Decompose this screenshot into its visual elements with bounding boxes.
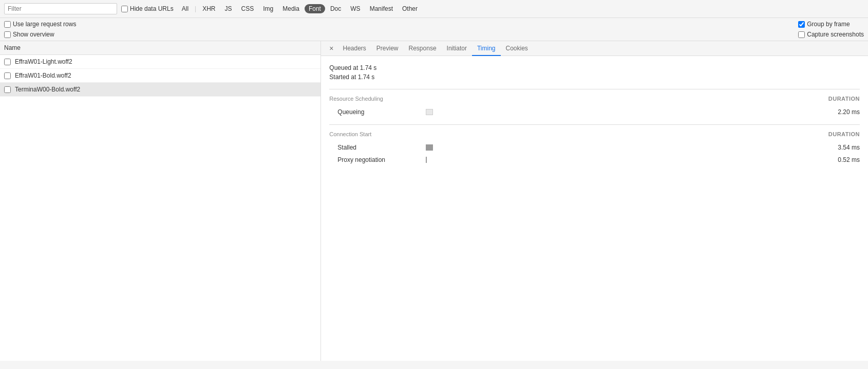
filter-btn-img[interactable]: Img [259,4,277,13]
stalled-bar-area [426,144,818,151]
tab-headers[interactable]: Headers [337,42,371,56]
timing-meta: Queued at 1.74 s Started at 1.74 s [329,64,860,81]
filter-btn-manifest[interactable]: Manifest [366,4,397,13]
filter-btn-js[interactable]: JS [221,4,236,13]
request-item[interactable]: EffraW01-Light.woff2 [0,55,320,69]
options-right: Group by frame Capture screenshots [798,21,864,38]
toolbar-row: Hide data URLs All | XHR JS CSS Img Medi… [0,0,868,18]
hide-data-urls-checkbox[interactable] [121,6,128,12]
connection-start-header: Connection Start DURATION [329,131,860,137]
tab-initiator[interactable]: Initiator [442,42,472,56]
timing-row-queueing: Queueing 2.20 ms [329,106,860,118]
proxy-bar [426,157,427,163]
divider-2 [329,124,860,125]
request-checkbox-2[interactable] [4,86,11,93]
proxy-bar-area [426,157,818,163]
stalled-value: 3.54 ms [824,144,860,151]
stalled-bar [426,144,433,151]
resource-scheduling-header: Resource Scheduling DURATION [329,96,860,102]
show-overview-checkbox[interactable] [4,31,11,38]
connection-start-duration-label: DURATION [828,131,860,137]
queueing-bar [426,109,433,115]
connection-start-title: Connection Start [329,131,371,137]
queueing-value: 2.20 ms [824,108,860,116]
tab-timing[interactable]: Timing [472,42,501,56]
tab-response[interactable]: Response [404,42,442,56]
timing-content: Queued at 1.74 s Started at 1.74 s Resou… [321,56,868,174]
options-left: Use large request rows Show overview [4,21,76,38]
options-row: Use large request rows Show overview Gro… [0,18,868,41]
filter-btn-xhr[interactable]: XHR [198,4,219,13]
queueing-label: Queueing [337,108,420,116]
stalled-label: Stalled [337,144,420,151]
main-area: Name EffraW01-Light.woff2 EffraW01-Bold.… [0,41,868,361]
timing-row-proxy: Proxy negotiation 0.52 ms [329,154,860,166]
group-by-frame-label[interactable]: Group by frame [798,21,864,28]
request-item[interactable]: EffraW01-Bold.woff2 [0,69,320,83]
filter-btn-other[interactable]: Other [398,4,422,13]
filter-btn-doc[interactable]: Doc [326,4,345,13]
capture-screenshots-checkbox[interactable] [798,31,805,38]
filter-btn-media[interactable]: Media [278,4,304,13]
large-rows-checkbox[interactable] [4,21,11,28]
close-detail-button[interactable]: × [325,41,337,56]
show-overview-label[interactable]: Show overview [4,31,76,38]
request-checkbox-0[interactable] [4,59,11,65]
filter-input[interactable] [4,3,117,14]
capture-screenshots-label[interactable]: Capture screenshots [798,31,864,38]
filter-btn-font[interactable]: Font [305,4,325,13]
filter-types-bar: All | XHR JS CSS Img Media Font Doc WS M… [178,4,422,13]
proxy-label: Proxy negotiation [337,156,420,163]
proxy-value: 0.52 ms [824,156,860,163]
name-column-header: Name [0,41,320,55]
tab-cookies[interactable]: Cookies [501,42,533,56]
started-at: Started at 1.74 s [329,73,860,81]
queued-at: Queued at 1.74 s [329,64,860,71]
left-panel: Name EffraW01-Light.woff2 EffraW01-Bold.… [0,41,321,361]
request-checkbox-1[interactable] [4,72,11,79]
request-item-selected[interactable]: TerminaW00-Bold.woff2 [0,83,320,97]
filter-btn-ws[interactable]: WS [346,4,364,13]
large-rows-label[interactable]: Use large request rows [4,21,76,28]
hide-data-urls-label[interactable]: Hide data URLs [121,5,174,12]
resource-scheduling-duration-label: DURATION [828,96,860,102]
timing-row-stalled: Stalled 3.54 ms [329,141,860,154]
group-by-frame-checkbox[interactable] [798,21,805,28]
detail-tabs: × Headers Preview Response Initiator Tim… [321,41,868,56]
queueing-bar-area [426,109,818,115]
filter-btn-css[interactable]: CSS [237,4,258,13]
filter-btn-all[interactable]: All [178,4,193,13]
tab-preview[interactable]: Preview [371,42,404,56]
right-panel: × Headers Preview Response Initiator Tim… [321,41,868,361]
resource-scheduling-title: Resource Scheduling [329,96,383,102]
divider-1 [329,89,860,89]
request-list: EffraW01-Light.woff2 EffraW01-Bold.woff2… [0,55,320,97]
